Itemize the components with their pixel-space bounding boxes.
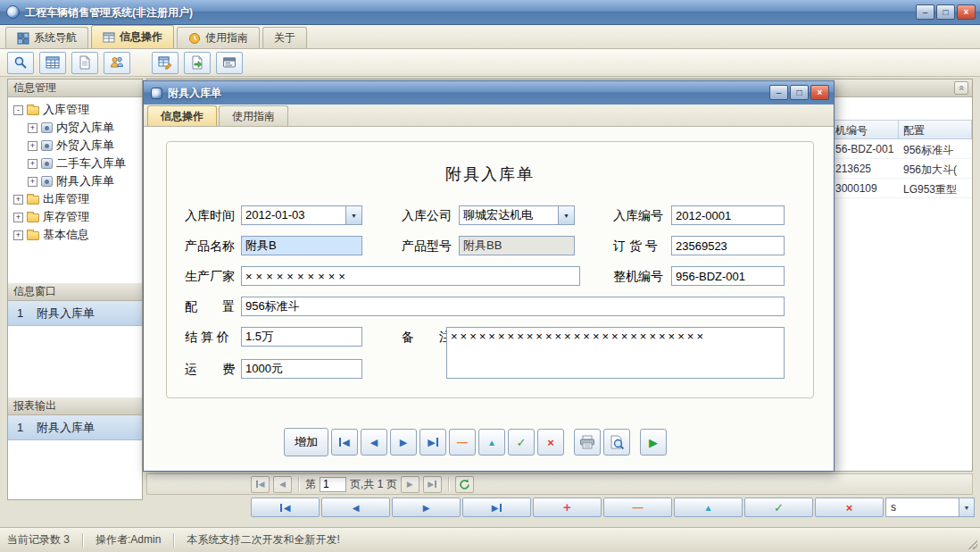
main-toolbar [0,49,980,77]
edit-record-button[interactable]: ▲ [674,498,743,517]
grid-blue-icon [17,32,29,45]
resize-grip[interactable] [967,539,977,549]
tab-label: 系统导航 [34,30,77,46]
grid-row[interactable]: 56-BDZ-001 956标准斗 [831,139,972,159]
export-document-button[interactable] [184,52,211,74]
report-output-item[interactable]: 1 附具入库单 [8,415,142,440]
tab-system-nav[interactable]: 系统导航 [5,27,88,48]
nav-last-button[interactable]: ▶ [462,498,531,517]
first-page-button[interactable]: ◀ [251,476,270,493]
nav-next-button[interactable]: ▶ [392,498,461,517]
first-bar-icon [339,438,341,447]
company-combo[interactable]: 聊城宏达机电 ▼ [459,205,575,225]
expand-toggle-icon[interactable]: + [28,141,37,151]
grid-view-button[interactable] [39,52,66,74]
tree-item-usedcar-inbound[interactable]: + 二手车入库单 [8,155,142,172]
grid-column-config[interactable]: 配置 [899,120,972,139]
nav-first-button[interactable]: ◀ [251,498,320,517]
operator-text: 操作者:Admin [96,532,161,548]
delete-record-button[interactable]: — [603,498,672,517]
order-no-input[interactable] [671,236,785,255]
refresh-button[interactable] [455,476,474,493]
print-button[interactable] [574,429,601,456]
company-value: 聊城宏达机电 [460,206,558,224]
tab-label: 关于 [274,30,295,46]
tree-item-outbound-management[interactable]: + 出库管理 [8,190,142,208]
save-button[interactable]: ✓ [508,429,535,456]
dialog-minimize-button[interactable]: – [769,85,788,100]
add-button[interactable]: 增加 [284,428,328,456]
dropdown-arrow-icon[interactable]: ▼ [558,206,574,224]
tree-item-foreign-inbound[interactable]: + 外贸入库单 [8,137,142,155]
in-no-input[interactable] [671,205,785,225]
run-button[interactable]: ▶ [640,429,667,456]
first-record-button[interactable]: ◀ [331,429,358,456]
grid-row[interactable]: 213625 956加大斗( [831,159,972,179]
edit-grid-button[interactable] [152,52,179,74]
users-button[interactable] [104,52,130,74]
machine-no-input[interactable] [671,266,785,286]
dropdown-arrow-icon[interactable]: ▼ [345,206,361,224]
application-window: 工程车辆销售管理系统(非注册用户) – □ × 系统导航 信息操作 使用指南 关… [0,0,980,552]
label-maker: 生产厂家 [185,266,235,286]
last-record-button[interactable]: ▶ [419,429,446,456]
remark-textarea[interactable]: ××××××××××××××××××××××××××× [446,327,785,379]
mode-select[interactable]: s ▼ [885,498,975,517]
add-record-button[interactable]: + [533,498,602,517]
nav-prev-button[interactable]: ◀ [321,498,390,517]
close-button[interactable]: × [957,4,976,20]
tree-item-accessory-inbound[interactable]: + 附具入库单 [8,172,142,190]
grid-column-machine-no[interactable]: 机编号 [831,120,899,139]
records-grid: 机编号 配置 56-BDZ-001 956标准斗 213625 956加大斗( … [831,120,972,198]
dialog-maximize-button[interactable]: □ [790,85,809,100]
search-button[interactable] [7,52,34,74]
tree-item-stock-management[interactable]: + 库存管理 [8,208,142,226]
prev-page-button[interactable]: ◀ [273,476,292,493]
expand-toggle-icon[interactable]: + [13,213,23,222]
next-page-button[interactable]: ▶ [401,476,419,493]
collapse-toggle-icon[interactable]: - [13,105,23,115]
last-page-button[interactable]: ▶ [423,476,442,493]
dialog-tab-user-guide[interactable]: 使用指南 [219,105,288,126]
panel-collapse-button[interactable]: « [954,81,968,95]
next-record-button[interactable]: ▶ [390,429,417,456]
cancel-button[interactable]: × [815,498,884,517]
minimize-button[interactable]: – [916,4,934,20]
expand-toggle-icon[interactable]: + [13,230,23,240]
dialog-close-button[interactable]: × [810,85,829,100]
right-triangle-icon: ▶ [428,480,434,489]
price-input[interactable] [241,327,362,347]
grid-row[interactable]: 3000109 LG953重型 [831,179,972,198]
expand-toggle-icon[interactable]: + [28,177,37,187]
product-model-input[interactable] [459,236,575,255]
page-number-input[interactable] [320,477,346,492]
freight-input[interactable] [241,359,362,379]
tree-item-domestic-inbound[interactable]: + 内贸入库单 [8,119,142,137]
cancel-button[interactable]: × [537,429,564,456]
tab-info-operation[interactable]: 信息操作 [91,25,174,48]
config-input[interactable] [241,297,785,316]
dialog-tab-info-operation[interactable]: 信息操作 [147,105,217,126]
in-time-combo[interactable]: 2012-01-03 ▼ [241,205,362,225]
expand-toggle-icon[interactable]: + [13,195,23,205]
maximize-button[interactable]: □ [936,4,955,20]
print-preview-button[interactable] [603,429,630,456]
tab-about[interactable]: 关于 [262,27,307,48]
grid-cell: 3000109 [831,179,899,198]
tree-item-inbound-management[interactable]: - 入库管理 [8,101,142,119]
tree-item-basic-info[interactable]: + 基本信息 [8,226,142,244]
confirm-button[interactable]: ✓ [744,498,813,517]
delete-button[interactable]: — [449,429,476,456]
maker-input[interactable] [241,266,580,286]
expand-toggle-icon[interactable]: + [28,123,37,133]
expand-toggle-icon[interactable]: + [28,159,37,169]
prev-record-button[interactable]: ◀ [361,429,387,456]
users-icon [110,55,124,70]
edit-button[interactable]: ▲ [478,429,505,456]
new-document-button[interactable] [71,52,98,74]
label-config: 配 置 [185,297,235,316]
product-name-input[interactable] [241,236,362,255]
tab-user-guide[interactable]: 使用指南 [177,27,260,48]
info-window-item[interactable]: 1 附具入库单 [8,301,142,326]
console-button[interactable] [216,52,243,74]
